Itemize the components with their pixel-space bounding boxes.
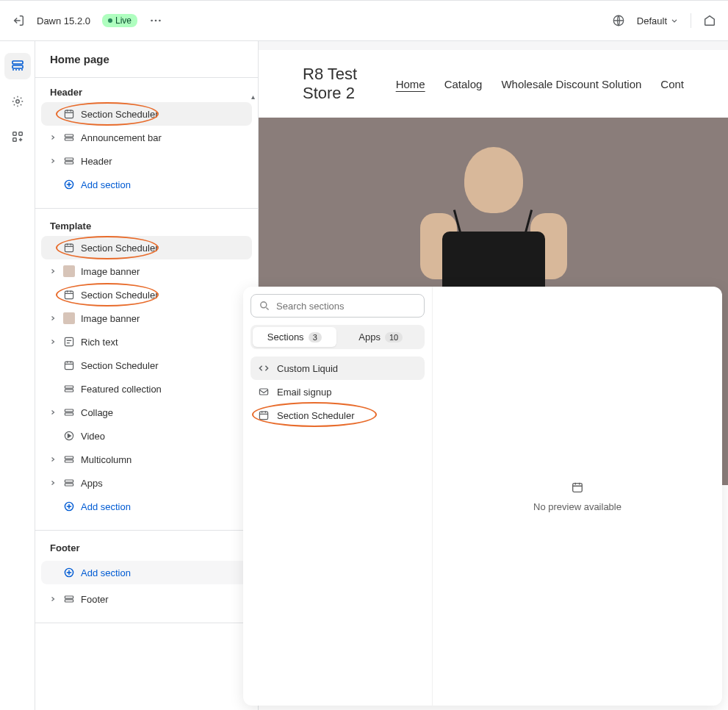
rail-sections[interactable] — [4, 53, 31, 79]
section-icon — [63, 406, 75, 418]
rail-settings[interactable] — [4, 88, 31, 115]
chevron-right-icon[interactable] — [48, 479, 57, 487]
group-label: Template — [35, 212, 258, 236]
svg-rect-11 — [65, 135, 73, 137]
section-item[interactable]: Footer — [41, 587, 252, 611]
picker-item[interactable]: Email signup — [251, 380, 425, 404]
section-item[interactable]: Featured collection — [41, 377, 252, 401]
section-item[interactable]: Multicolumn — [41, 448, 252, 471]
section-item[interactable]: Section Scheduler — [41, 236, 252, 259]
more-icon[interactable] — [149, 14, 162, 27]
section-label: Header — [81, 156, 245, 167]
chevron-right-icon[interactable] — [48, 315, 57, 322]
collapse-icon[interactable]: ▴ — [251, 93, 255, 101]
group-label: Footer — [35, 534, 258, 558]
section-item[interactable]: Section Scheduler — [41, 102, 252, 126]
svg-rect-8 — [18, 132, 22, 136]
section-icon — [63, 132, 75, 143]
section-icon — [63, 155, 75, 167]
picker-label: Section Scheduler — [277, 410, 355, 421]
thumb-icon — [63, 265, 75, 277]
scheduler-icon — [63, 289, 75, 301]
section-item[interactable]: Video — [41, 424, 252, 448]
add-section-button[interactable]: Add section — [41, 495, 252, 518]
svg-rect-13 — [65, 158, 73, 160]
section-icon — [63, 477, 75, 489]
svg-rect-23 — [65, 413, 73, 415]
scheduler-icon — [258, 409, 270, 421]
live-dot-icon — [108, 18, 112, 23]
chevron-right-icon[interactable] — [48, 134, 57, 141]
section-item[interactable]: Section Scheduler — [41, 283, 252, 306]
tab-sections[interactable]: Sections3 — [253, 327, 336, 347]
globe-icon[interactable] — [612, 14, 625, 27]
section-item[interactable]: Section Scheduler — [41, 354, 252, 377]
svg-rect-20 — [65, 386, 73, 388]
nav-link[interactable]: Cont — [660, 78, 684, 90]
picker-label: Email signup — [277, 387, 331, 398]
section-label: Collage — [81, 407, 245, 418]
section-item[interactable]: Image banner — [41, 306, 252, 330]
svg-rect-16 — [65, 244, 73, 251]
chevron-right-icon[interactable] — [48, 409, 57, 416]
svg-rect-31 — [65, 596, 73, 598]
scheduler-icon — [571, 481, 584, 494]
store-header: R8 Test Store 2 HomeCatalogWholesale Dis… — [259, 50, 728, 118]
add-section-button[interactable]: Add section — [41, 561, 252, 584]
search-input-wrapper[interactable] — [251, 294, 425, 318]
svg-rect-7 — [12, 132, 16, 136]
group-label: Header — [35, 78, 258, 102]
scheduler-icon — [63, 359, 75, 371]
exit-icon[interactable] — [12, 14, 25, 27]
svg-rect-22 — [65, 409, 73, 412]
svg-rect-21 — [65, 390, 73, 392]
svg-rect-34 — [259, 389, 267, 395]
scheduler-icon — [63, 242, 75, 254]
section-item[interactable]: Apps — [41, 471, 252, 495]
section-label: Featured collection — [81, 384, 245, 395]
section-item[interactable]: Header — [41, 149, 252, 173]
section-label: Multicolumn — [81, 454, 245, 465]
svg-rect-19 — [65, 362, 73, 369]
svg-rect-32 — [65, 600, 73, 602]
nav-link[interactable]: Catalog — [444, 78, 483, 90]
search-icon — [259, 300, 270, 312]
svg-point-6 — [15, 100, 19, 104]
nav-link[interactable]: Wholesale Discount Solution — [501, 78, 641, 90]
section-item[interactable]: Announcement bar — [41, 126, 252, 149]
chevron-right-icon[interactable] — [48, 595, 57, 603]
page-title: Home page — [35, 41, 258, 78]
search-input[interactable] — [276, 301, 417, 312]
chevron-right-icon[interactable] — [48, 157, 57, 165]
add-section-button[interactable]: Add section — [41, 173, 252, 196]
rail-apps[interactable] — [4, 123, 31, 150]
svg-point-33 — [261, 302, 267, 308]
section-icon — [63, 593, 75, 605]
no-preview-text: No preview available — [533, 501, 621, 512]
svg-rect-18 — [65, 337, 73, 345]
store-name: R8 Test Store 2 — [303, 65, 375, 103]
divider — [691, 13, 691, 28]
svg-rect-26 — [65, 460, 73, 462]
picker-item[interactable]: Section Scheduler — [251, 404, 425, 427]
sidebar: Home page ▴ HeaderSection SchedulerAnnou… — [35, 41, 259, 710]
svg-rect-28 — [65, 484, 73, 486]
top-bar: Dawn 15.2.0 Live Default — [0, 0, 728, 41]
count-badge: 10 — [385, 332, 403, 343]
chevron-right-icon[interactable] — [48, 338, 57, 345]
nav-link[interactable]: Home — [396, 78, 425, 90]
section-item[interactable]: Image banner — [41, 259, 252, 283]
home-icon[interactable] — [703, 14, 716, 27]
code-icon — [258, 362, 270, 374]
video-icon — [63, 430, 75, 442]
left-rail — [0, 41, 35, 710]
svg-rect-27 — [65, 480, 73, 482]
live-badge: Live — [102, 14, 137, 27]
section-item[interactable]: Collage — [41, 401, 252, 424]
picker-item[interactable]: Custom Liquid — [251, 356, 425, 380]
tab-apps[interactable]: Apps10 — [339, 327, 423, 347]
default-selector[interactable]: Default — [637, 15, 679, 26]
section-item[interactable]: Rich text — [41, 330, 252, 354]
chevron-right-icon[interactable] — [48, 456, 57, 463]
chevron-right-icon[interactable] — [48, 268, 57, 275]
